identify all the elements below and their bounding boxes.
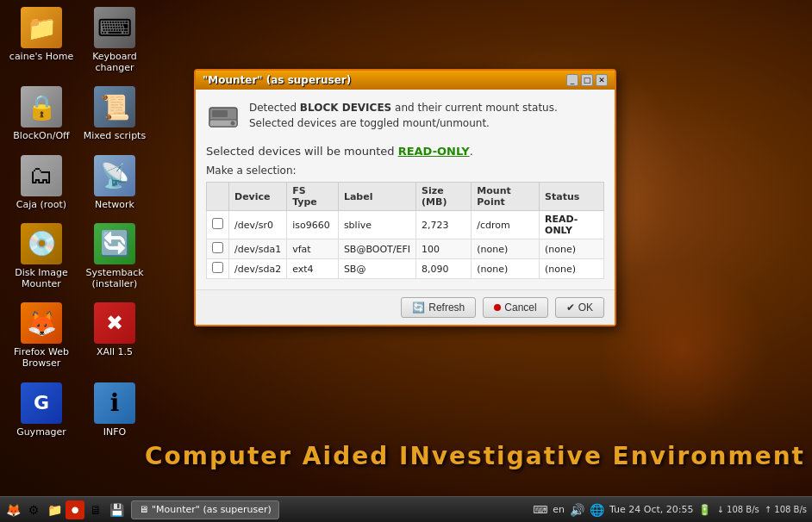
icon-mixed-scripts[interactable]: 📜 Mixed scripts	[80, 86, 149, 141]
table-row[interactable]: /dev/sda2ext4SB@8,090(none)(none)	[207, 259, 604, 279]
svg-point-2	[231, 121, 235, 126]
header-line2: Selected devices are toggled mount/unmou…	[249, 115, 558, 131]
battery-icon: 🔋	[698, 504, 711, 516]
cell-4: (none)	[472, 239, 540, 259]
row-checkbox-cell	[207, 239, 229, 259]
keyboard-changer-label: Keyboard changer	[80, 51, 149, 73]
cell-4: (none)	[472, 259, 540, 279]
mixed-scripts-icon: 📜	[94, 86, 135, 127]
device-checkbox-2[interactable]	[212, 262, 223, 273]
taskbar-app-icon-1[interactable]: 🦊	[3, 500, 22, 519]
net-speed-up: ↑ 108 B/s	[765, 505, 807, 514]
icon-systemback[interactable]: 🔄 Systemback (installer)	[80, 223, 149, 289]
cell-2: SB@BOOT/EFI	[338, 239, 415, 259]
table-row[interactable]: /dev/sr0iso9660sblive2,723/cdromREAD-ONL…	[207, 211, 604, 239]
info-icon: ℹ	[94, 382, 135, 424]
table-header-row: Device FS Type Label Size (MB) Mount Poi…	[207, 183, 604, 211]
taskbar-app-icon-2[interactable]: ⚙	[24, 500, 43, 519]
guymager-label: Guymager	[16, 426, 66, 438]
row-checkbox-cell	[207, 211, 229, 239]
mixed-scripts-label: Mixed scripts	[84, 130, 146, 141]
header-line1: Detected BLOCK DEVICES and their current…	[249, 100, 558, 115]
dialog-close-button[interactable]: ✕	[596, 74, 608, 86]
icon-info[interactable]: ℹ INFO	[80, 382, 149, 438]
cell-3: 8,090	[416, 259, 472, 279]
col-fstype: FS Type	[287, 183, 339, 211]
keyboard-layout-icon[interactable]: ⌨	[533, 504, 547, 516]
dialog-content: Detected BLOCK DEVICES and their current…	[196, 90, 615, 289]
taskbar-mounter-window[interactable]: 🖥 "Mounter" (as superuser)	[131, 500, 279, 519]
device-checkbox-0[interactable]	[212, 218, 223, 229]
decorative-orb2	[597, 264, 769, 436]
caja-label: Caja (root)	[16, 199, 66, 210]
ok-button[interactable]: ✔ OK	[555, 297, 604, 318]
taskbar-app-icon-6[interactable]: 💾	[107, 500, 126, 519]
cell-5: (none)	[540, 259, 604, 279]
cell-2: SB@	[338, 259, 415, 279]
caine-tagline: Computer Aided INvestigative Environment	[138, 442, 812, 470]
cell-0: /dev/sda2	[229, 259, 287, 279]
network-icon: 📡	[94, 155, 135, 196]
mounter-dialog: "Mounter" (as superuser) _ □ ✕	[194, 69, 616, 326]
systemback-icon: 🔄	[94, 223, 135, 264]
ok-icon: ✔	[566, 301, 575, 314]
icon-firefox[interactable]: 🦊 Firefox Web Browser	[7, 302, 76, 369]
cell-4: /cdrom	[472, 211, 540, 239]
icon-guymager[interactable]: G Guymager	[7, 382, 76, 438]
taskbar-app-icon-3[interactable]: 📁	[45, 500, 64, 519]
icon-blockoff[interactable]: 🔒 BlockOn/Off	[7, 86, 76, 141]
dialog-titlebar: "Mounter" (as superuser) _ □ ✕	[196, 71, 615, 90]
taskbar-app-icon-4[interactable]: ●	[66, 500, 84, 519]
cell-1: iso9660	[287, 211, 339, 239]
cell-1: vfat	[287, 239, 339, 259]
dialog-title: "Mounter" (as superuser)	[203, 74, 351, 86]
hdd-icon	[206, 100, 240, 134]
desktop: 📁 caine's Home ⌨ Keyboard changer 🔒 Bloc…	[0, 0, 812, 522]
cancel-button[interactable]: Cancel	[483, 297, 547, 318]
desktop-icons: 📁 caine's Home ⌨ Keyboard changer 🔒 Bloc…	[0, 0, 156, 453]
icon-caines-home[interactable]: 📁 caine's Home	[7, 7, 76, 73]
icon-xall[interactable]: ✖ XAll 1.5	[80, 302, 149, 369]
row-checkbox-cell	[207, 259, 229, 279]
systemback-label: Systemback (installer)	[80, 267, 149, 289]
window-icon: 🖥	[139, 504, 148, 515]
info-label: INFO	[103, 426, 126, 438]
volume-icon[interactable]: 🔊	[570, 503, 584, 517]
icon-network[interactable]: 📡 Network	[80, 155, 149, 210]
lang-indicator: en	[553, 504, 565, 515]
taskbar-app-icon-5[interactable]: 🖥	[86, 500, 105, 519]
cell-5: READ-ONLY	[540, 211, 604, 239]
dialog-header: Detected BLOCK DEVICES and their current…	[206, 100, 604, 134]
cell-3: 100	[416, 239, 472, 259]
refresh-button[interactable]: 🔄 Refresh	[401, 297, 476, 318]
refresh-icon: 🔄	[412, 301, 425, 314]
icon-caja[interactable]: 🗂 Caja (root)	[7, 155, 76, 210]
cell-2: sblive	[338, 211, 415, 239]
guymager-icon: G	[21, 382, 62, 424]
dialog-window-controls: _ □ ✕	[566, 74, 608, 86]
icon-keyboard-changer[interactable]: ⌨ Keyboard changer	[80, 7, 149, 73]
dialog-maximize-button[interactable]: □	[581, 74, 593, 86]
network-label: Network	[95, 199, 134, 210]
blockoff-label: BlockOn/Off	[13, 130, 69, 141]
dialog-minimize-button[interactable]: _	[566, 74, 578, 86]
table-row[interactable]: /dev/sda1vfatSB@BOOT/EFI100(none)(none)	[207, 239, 604, 259]
caines-home-label: caine's Home	[9, 51, 73, 62]
taskbar: 🦊 ⚙ 📁 ● 🖥 💾 🖥 "Mounter" (as superuser) ⌨…	[0, 496, 812, 522]
col-checkbox	[207, 183, 229, 211]
cancel-dot-icon	[494, 304, 501, 311]
device-checkbox-1[interactable]	[212, 242, 223, 253]
blockoff-icon: 🔒	[21, 86, 62, 127]
icon-disk-image[interactable]: 💿 Disk Image Mounter	[7, 223, 76, 289]
readonly-badge: READ-ONLY	[398, 145, 470, 158]
xall-icon: ✖	[94, 302, 135, 344]
datetime-display: Tue 24 Oct, 20:55	[609, 504, 694, 515]
net-speed-down: ↓ 108 B/s	[716, 505, 759, 514]
col-device: Device	[229, 183, 287, 211]
col-label: Label	[338, 183, 415, 211]
cell-5: (none)	[540, 239, 604, 259]
cell-3: 2,723	[416, 211, 472, 239]
taskbar-right: ⌨ en 🔊 🌐 Tue 24 Oct, 20:55 🔋 ↓ 108 B/s ↑…	[528, 503, 812, 517]
col-status: Status	[540, 183, 604, 211]
cell-1: ext4	[287, 259, 339, 279]
